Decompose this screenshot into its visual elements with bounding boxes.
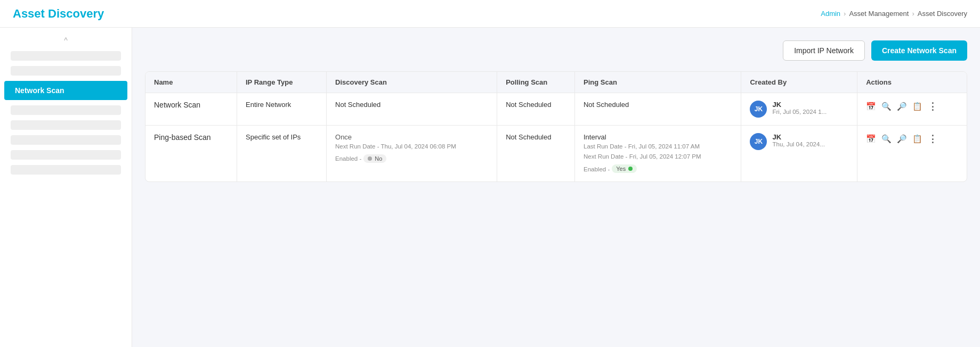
import-ip-network-button[interactable]: Import IP Network: [783, 40, 865, 61]
row2-ping-scan: Interval Last Run Date - Fri, Jul 05, 20…: [574, 126, 741, 181]
row1-search-icon[interactable]: 🔎: [897, 102, 907, 111]
breadcrumb-asset-management: Asset Management: [849, 10, 909, 18]
row2-name: Ping-based Scan: [145, 126, 237, 181]
sidebar-item-blurred-1: [11, 51, 121, 61]
col-polling-scan: Polling Scan: [497, 72, 575, 93]
sidebar-collapse-button[interactable]: ^: [0, 36, 132, 45]
breadcrumb-asset-discovery: Asset Discovery: [918, 10, 967, 18]
sidebar-item-blurred-4: [11, 120, 121, 130]
row1-more-menu[interactable]: ⋮: [928, 101, 937, 112]
row1-report-icon[interactable]: 📋: [912, 102, 922, 111]
breadcrumb-sep-1: ›: [844, 10, 846, 18]
row2-ping-enabled-badge: Yes: [612, 164, 637, 173]
row2-report-icon[interactable]: 📋: [912, 134, 922, 144]
row2-discovery-enabled-badge: No: [363, 154, 386, 163]
row1-calendar-icon[interactable]: 📅: [866, 102, 876, 111]
table-row: Ping-based Scan Specific set of IPs Once…: [145, 126, 967, 181]
toolbar: Import IP Network Create Network Scan: [145, 40, 967, 61]
row1-ping-scan: Not Scheduled: [574, 93, 741, 126]
row2-discovery-scan: Once Next Run Date - Thu, Jul 04, 2024 0…: [327, 126, 497, 181]
breadcrumb-admin[interactable]: Admin: [821, 10, 840, 18]
row2-more-menu[interactable]: ⋮: [928, 133, 937, 145]
app-header: Asset Discovery Admin › Asset Management…: [0, 0, 980, 28]
layout: ^ Network Scan Import IP Network Create …: [0, 28, 980, 347]
col-actions: Actions: [857, 72, 967, 93]
app-title: Asset Discovery: [13, 7, 104, 21]
row1-scan-icon[interactable]: 🔍: [881, 102, 892, 111]
col-created-by: Created By: [741, 72, 857, 93]
row2-search-icon[interactable]: 🔎: [897, 134, 907, 144]
row1-discovery-scan: Not Scheduled: [327, 93, 497, 126]
row1-ip-range: Entire Network: [237, 93, 327, 126]
create-network-scan-button[interactable]: Create Network Scan: [871, 40, 967, 61]
sidebar-item-network-scan[interactable]: Network Scan: [4, 81, 127, 100]
sidebar-item-blurred-5: [11, 135, 121, 145]
dot-grey-icon: [368, 156, 372, 161]
col-ip-range-type: IP Range Type: [237, 72, 327, 93]
row1-avatar: JK: [750, 101, 767, 118]
sidebar-item-blurred-2: [11, 66, 121, 76]
sidebar-item-blurred-7: [11, 165, 121, 175]
row2-actions: 📅 🔍 🔎 📋 ⋮: [857, 126, 967, 181]
breadcrumb-sep-2: ›: [912, 10, 914, 18]
table-row: Network Scan Entire Network Not Schedule…: [145, 93, 967, 126]
row1-name: Network Scan: [145, 93, 237, 126]
row2-creator-info: JK Thu, Jul 04, 2024...: [772, 133, 824, 147]
row1-actions: 📅 🔍 🔎 📋 ⋮: [857, 93, 967, 126]
row2-created-by: JK JK Thu, Jul 04, 2024...: [741, 126, 857, 181]
main-content: Import IP Network Create Network Scan Na…: [132, 28, 980, 347]
sidebar-item-blurred-6: [11, 150, 121, 160]
col-name: Name: [145, 72, 237, 93]
sidebar-item-blurred-3: [11, 105, 121, 115]
table-header-row: Name IP Range Type Discovery Scan Pollin…: [145, 72, 967, 93]
breadcrumb: Admin › Asset Management › Asset Discove…: [821, 10, 967, 18]
row2-scan-icon[interactable]: 🔍: [881, 134, 892, 144]
col-discovery-scan: Discovery Scan: [327, 72, 497, 93]
row1-polling-scan: Not Scheduled: [497, 93, 575, 126]
row2-calendar-icon[interactable]: 📅: [866, 134, 876, 144]
row1-creator-info: JK Fri, Jul 05, 2024 1...: [772, 101, 827, 115]
col-ping-scan: Ping Scan: [574, 72, 741, 93]
row2-polling-scan: Not Scheduled: [497, 126, 575, 181]
row1-created-by: JK JK Fri, Jul 05, 2024 1...: [741, 93, 857, 126]
row2-avatar: JK: [750, 133, 767, 150]
sidebar: ^ Network Scan: [0, 28, 132, 347]
row2-ip-range: Specific set of IPs: [237, 126, 327, 181]
dot-green-icon: [628, 167, 633, 171]
network-scan-table: Name IP Range Type Discovery Scan Pollin…: [145, 71, 967, 182]
